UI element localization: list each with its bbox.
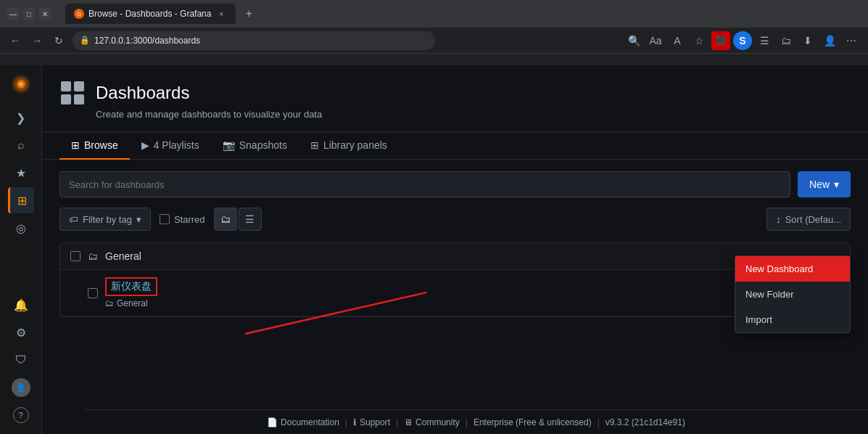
sidebar-item-explore[interactable]: ◎ [8,215,34,241]
dropdown-item-new-folder[interactable]: New Folder [735,282,850,307]
sidebar-item-alerting[interactable]: 🔔 [8,292,34,318]
folder-icon: 🗂 [88,250,98,262]
app-layout: ❯ ⌕ ★ ⊞ ◎ 🔔 ⚙ 🛡 👤 ? [0,65,868,434]
starred-label: Starred [174,214,205,225]
folder-name: General [105,250,141,262]
back-button[interactable]: ← [7,33,23,49]
minimize-button[interactable]: — [7,8,19,20]
dropdown-item-new-dashboard[interactable]: New Dashboard [735,256,850,282]
filter-row: 🏷 Filter by tag ▾ Starred 🗂 ☰ [59,208,851,231]
svg-point-3 [19,82,23,86]
dashboard-name[interactable]: 新仪表盘 [105,277,157,296]
filter-tag-button[interactable]: 🏷 Filter by tag ▾ [59,208,151,231]
dropdown-menu: New Dashboard New Folder Import [735,255,851,333]
explore-icon: ◎ [16,221,26,235]
menu-icon[interactable]: ⋯ [842,31,861,50]
bell-icon: 🔔 [14,298,28,312]
folder-row-general: 🗂 General [60,243,850,270]
download-icon[interactable]: ⬇ [798,31,817,50]
support-link[interactable]: ℹ Support [353,417,390,427]
sidebar-item-collapse[interactable]: ❯ [8,105,34,131]
s-icon[interactable]: S [733,31,752,50]
enterprise-label: Enterprise (Free & unlicensed) [474,417,592,427]
sidebar-item-search[interactable]: ⌕ [8,132,34,158]
starred-checkbox-label[interactable]: Starred [160,214,205,225]
tabs-bar: ⊞ Browse ▶ 4 Playlists 📷 Snapshots ⊞ Lib… [42,132,868,160]
extensions-icon[interactable]: ⬛ [711,31,730,50]
star-toolbar-icon[interactable]: ☆ [690,31,708,50]
search-icon: ⌕ [17,139,25,152]
maximize-button[interactable]: □ [23,8,35,20]
browse-tab-icon: ⊞ [71,139,80,151]
new-tab-button[interactable]: + [240,5,257,22]
documentation-link[interactable]: 📄 Documentation [267,417,339,427]
sidebar-item-help[interactable]: ? [8,402,34,428]
doc-icon: 📄 [267,417,278,427]
close-window-button[interactable]: ✕ [39,8,51,20]
dashboard-checkbox[interactable] [88,288,98,298]
sidebar-item-dashboards[interactable]: ⊞ [8,187,34,213]
sidebar-item-starred[interactable]: ★ [8,160,34,186]
community-icon: 🖥 [404,417,413,427]
tab-snapshots[interactable]: 📷 Snapshots [211,132,299,160]
tab-library-panels[interactable]: ⊞ Library panels [299,132,399,160]
tab-playlists[interactable]: ▶ 4 Playlists [130,132,211,160]
list-view-icon: ☰ [245,213,255,225]
translate-icon[interactable]: A [668,31,687,50]
url-bar[interactable]: 🔒 127.0.0.1:3000/dashboards [73,31,435,50]
new-button[interactable]: New ▾ [798,171,851,197]
support-label: Support [360,417,390,427]
search-toolbar-icon[interactable]: 🔍 [624,31,643,50]
version-label: v9.3.2 (21c1d14e91) [605,417,685,427]
snapshots-tab-icon: 📷 [223,139,235,151]
list-view-button[interactable]: ☰ [239,208,262,231]
dropdown-item-import[interactable]: Import [735,307,850,332]
view-buttons: 🗂 ☰ [214,208,262,231]
font-icon[interactable]: Aa [646,31,665,50]
svg-rect-5 [74,81,84,91]
community-link[interactable]: 🖥 Community [404,417,460,427]
sidebar: ❯ ⌕ ★ ⊞ ◎ 🔔 ⚙ 🛡 👤 ? [0,65,42,434]
folder-view-button[interactable]: 🗂 [214,208,237,231]
browser-tab[interactable]: G Browse - Dashboards - Grafana × [65,4,236,24]
sidebar-item-shield[interactable]: 🛡 [8,347,34,373]
library-panels-tab-icon: ⊞ [310,139,319,151]
page-header: Dashboards Create and manage dashboards … [42,65,868,132]
title-bar: — □ ✕ G Browse - Dashboards - Grafana × … [0,0,868,28]
tab-close-button[interactable]: × [215,8,227,20]
page-title: Dashboards [96,83,189,103]
reader-icon[interactable]: ☰ [755,31,774,50]
refresh-button[interactable]: ↻ [51,33,67,49]
lock-icon: 🔒 [80,36,90,45]
profile-icon[interactable]: 👤 [820,31,839,50]
tab-snapshots-label: Snapshots [239,139,287,151]
filter-tag-label: Filter by tag [83,214,132,225]
svg-rect-7 [74,94,84,105]
grafana-logo[interactable] [8,71,34,97]
dashboard-info: 新仪表盘 🗂 General [105,277,157,308]
search-input[interactable] [59,171,790,197]
collapse-icon: ❯ [16,111,25,125]
window-controls: — □ ✕ [7,8,51,20]
dashboard-list: 🗂 General 新仪表盘 🗂 General [59,242,851,317]
star-icon: ★ [16,166,26,180]
folder-checkbox[interactable] [70,251,80,261]
new-folder-label: New Folder [745,289,793,300]
search-input-wrapper [59,171,790,197]
dashboard-folder-name: General [117,298,148,308]
dashboard-folder: 🗂 General [105,298,157,308]
collection-icon[interactable]: 🗂 [777,31,795,50]
footer: 📄 Documentation | ℹ Support | 🖥 Communit… [84,409,868,434]
support-icon: ℹ [353,417,357,427]
sort-button[interactable]: ↕ Sort (Defau... [766,208,851,231]
tab-title: Browse - Dashboards - Grafana [88,9,211,19]
sidebar-item-config[interactable]: ⚙ [8,319,34,345]
starred-checkbox[interactable] [160,214,170,224]
tab-browse[interactable]: ⊞ Browse [59,132,130,160]
tab-library-panels-label: Library panels [323,139,387,151]
sidebar-item-avatar[interactable]: 👤 [8,374,34,401]
forward-button[interactable]: → [29,33,45,49]
main-content: Dashboards Create and manage dashboards … [42,65,868,434]
tab-bar: G Browse - Dashboards - Grafana × + [58,1,861,26]
browser-chrome: — □ ✕ G Browse - Dashboards - Grafana × … [0,0,868,65]
